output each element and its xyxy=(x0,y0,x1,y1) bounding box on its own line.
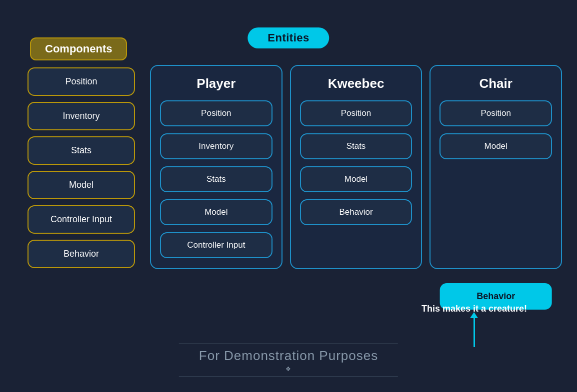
entities-badge: Entities xyxy=(248,27,329,48)
player-inventory: Inventory xyxy=(160,133,272,159)
chair-model: Model xyxy=(440,133,552,159)
components-header: Components xyxy=(30,37,127,60)
component-inventory: Inventory xyxy=(28,102,135,130)
annotation-area: This makes it a creature! xyxy=(422,304,527,347)
component-stats: Stats xyxy=(28,136,135,165)
player-position: Position xyxy=(160,100,272,126)
component-position: Position xyxy=(28,67,135,96)
entity-title-chair: Chair xyxy=(479,76,512,91)
player-model: Model xyxy=(160,199,272,225)
kweebec-position: Position xyxy=(300,100,412,126)
arrow-container xyxy=(474,317,475,347)
player-stats: Stats xyxy=(160,166,272,192)
component-controller-input: Controller Input xyxy=(28,205,135,234)
main-container: Components Entities Position Inventory S… xyxy=(0,0,577,392)
entity-title-player: Player xyxy=(196,76,236,91)
entity-card-kweebec: Kweebec Position Stats Model Behavior xyxy=(290,65,422,269)
bottom-label: For Demonstration Purposes xyxy=(179,344,398,377)
kweebec-model: Model xyxy=(300,166,412,192)
kweebec-behavior: Behavior xyxy=(300,199,412,225)
entity-card-chair: Chair Position Model Behavior xyxy=(430,65,562,269)
arrow-up-icon xyxy=(474,317,475,347)
entity-card-player: Player Position Inventory Stats Model Co… xyxy=(150,65,282,269)
kweebec-stats: Stats xyxy=(300,133,412,159)
entity-title-kweebec: Kweebec xyxy=(328,76,384,91)
component-behavior: Behavior xyxy=(28,240,135,268)
entities-section: Player Position Inventory Stats Model Co… xyxy=(150,65,562,269)
components-column: Position Inventory Stats Model Controlle… xyxy=(28,67,135,268)
bottom-label-text: For Demonstration Purposes xyxy=(179,344,398,377)
chair-position: Position xyxy=(440,100,552,126)
component-model: Model xyxy=(28,171,135,199)
player-controller-input: Controller Input xyxy=(160,232,272,258)
